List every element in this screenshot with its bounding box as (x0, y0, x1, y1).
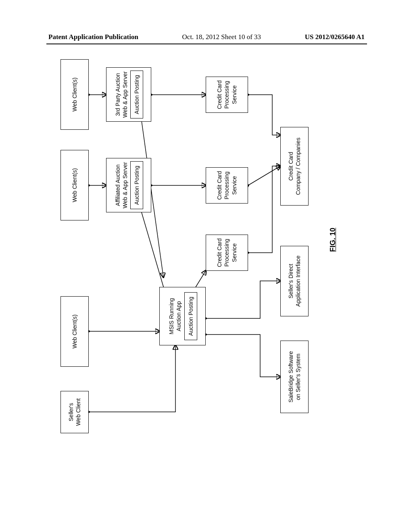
header-right: US 2012/0265640 A1 (305, 33, 365, 41)
thirdparty-title: 3rd Party Auction Web & App Server (114, 71, 129, 118)
thirdparty-box: 3rd Party Auction Web & App Server Aucti… (106, 67, 151, 122)
figure-label: FIG. 10 (329, 228, 337, 252)
cc-service-1-label: Credit Card Processing Service (216, 238, 238, 267)
affiliated-auction-posting: Auction Posting (130, 161, 143, 209)
header-rule (46, 44, 367, 44)
sellers-web-client-label: Seller's Web Client (67, 398, 82, 426)
svg-line-8 (248, 166, 280, 185)
msis-title: MSIS Running Auction App (168, 298, 182, 334)
salebridge-label: SaleBridge Software on Seller's System (287, 351, 302, 403)
affiliated-auction-posting-label: Auction Posting (133, 166, 140, 205)
web-client-1-label: Web Client(s) (71, 314, 78, 349)
web-client-2-box: Web Client(s) (60, 150, 89, 220)
affiliated-box: Affiliated Auction Web & App Server Auct… (106, 158, 151, 212)
cc-service-2-label: Credit Card Processing Service (216, 171, 238, 200)
cc-service-3-box: Credit Card Processing Service (206, 77, 248, 113)
diagram: Seller's Web Client Web Client(s) Web Cl… (46, 123, 369, 445)
diagram-container: Seller's Web Client Web Client(s) Web Cl… (46, 77, 369, 492)
web-client-3-box: Web Client(s) (60, 59, 89, 130)
cc-service-1-box: Credit Card Processing Service (206, 235, 248, 271)
thirdparty-auction-posting: Auction Posting (130, 71, 143, 118)
affiliated-title: Affiliated Auction Web & App Server (114, 162, 129, 208)
header-center: Oct. 18, 2012 Sheet 10 of 33 (182, 33, 261, 41)
web-client-1-box: Web Client(s) (60, 296, 89, 367)
web-client-3-label: Web Client(s) (71, 77, 78, 112)
header-left: Patent Application Publication (48, 33, 138, 41)
sellers-web-client-box: Seller's Web Client (60, 391, 89, 433)
page-header: Patent Application Publication Oct. 18, … (0, 33, 413, 41)
msis-auction-posting: Auction Posting (184, 292, 197, 340)
thirdparty-auction-posting-label: Auction Posting (133, 75, 140, 114)
sellers-direct-label: Seller's Direct Application Interface (287, 256, 302, 307)
cc-service-3-label: Credit Card Processing Service (216, 80, 238, 109)
cc-service-2-box: Credit Card Processing Service (206, 167, 248, 204)
cc-companies-label: Credit Card Company / Companies (287, 137, 302, 195)
msis-box: MSIS Running Auction App Auction Posting (159, 287, 206, 345)
web-client-2-label: Web Client(s) (71, 168, 78, 202)
sellers-direct-box: Seller's Direct Application Interface (280, 246, 309, 316)
salebridge-box: SaleBridge Software on Seller's System (280, 341, 309, 413)
cc-companies-box: Credit Card Company / Companies (280, 127, 309, 206)
msis-auction-posting-label: Auction Posting (187, 297, 194, 336)
